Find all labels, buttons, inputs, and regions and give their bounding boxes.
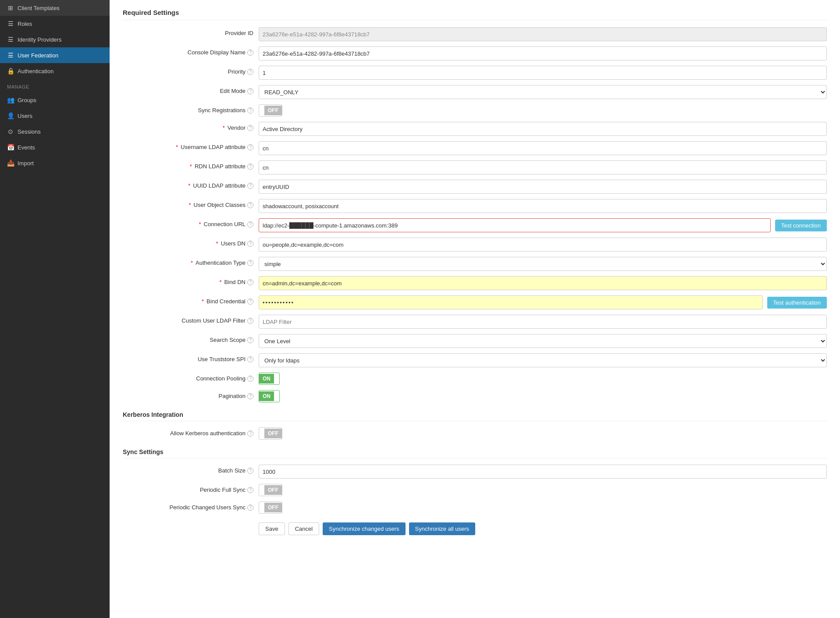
periodic-changed-sync-help-icon[interactable]: ? [247,504,253,511]
allow-kerberos-help-icon[interactable]: ? [247,430,253,437]
truststore-spi-help-icon[interactable]: ? [247,356,253,362]
sidebar: ⊞ Client Templates ☰ Roles ☰ Identity Pr… [0,0,110,618]
connection-url-control: Test connection [259,218,827,232]
edit-mode-control: READ_ONLY WRITABLE UNSYNCED [259,85,827,99]
sync-all-button[interactable]: Synchronize all users [409,522,476,535]
allow-kerberos-toggle[interactable]: OFF [259,427,282,440]
connection-url-label: * Connection URL ? [123,218,259,227]
uuid-ldap-control [259,180,827,194]
auth-type-help-icon[interactable]: ? [247,260,253,266]
rdn-ldap-input[interactable] [259,160,827,174]
changed-sync-off-left [259,506,264,509]
sync-changed-button[interactable]: Synchronize changed users [323,522,405,535]
sidebar-label-events: Events [18,144,35,151]
test-authentication-button[interactable]: Test authentication [767,297,827,309]
username-ldap-input[interactable] [259,141,827,155]
sidebar-item-user-federation[interactable]: ☰ User Federation [0,47,110,63]
uuid-ldap-row: * UUID LDAP attribute ? [123,180,827,194]
sidebar-item-events[interactable]: 📅 Events [0,139,110,155]
pagination-toggle[interactable]: ON [259,390,280,402]
bind-credential-help-icon[interactable]: ? [247,298,253,305]
priority-label: Priority ? [123,66,259,75]
sidebar-item-groups[interactable]: 👥 Groups [0,92,110,108]
truststore-spi-select[interactable]: Only for ldaps Always Never [259,353,827,367]
edit-mode-select[interactable]: READ_ONLY WRITABLE UNSYNCED [259,85,827,99]
users-dn-row: * Users DN ? [123,238,827,252]
rdn-ldap-help-icon[interactable]: ? [247,163,253,170]
connection-url-input[interactable] [259,218,771,232]
users-dn-input[interactable] [259,238,827,252]
custom-ldap-filter-input[interactable] [259,315,827,329]
priority-help-icon[interactable]: ? [247,69,253,75]
periodic-changed-sync-toggle[interactable]: OFF [259,501,282,514]
uuid-ldap-help-icon[interactable]: ? [247,183,253,189]
provider-id-input [259,27,827,41]
uuid-ldap-label: * UUID LDAP attribute ? [123,180,259,189]
connection-pooling-row: Connection Pooling ? ON [123,373,827,385]
search-scope-help-icon[interactable]: ? [247,337,253,343]
vendor-input[interactable] [259,122,827,136]
connection-url-help-icon[interactable]: ? [247,221,253,227]
kerberos-off-label: OFF [264,429,282,438]
bind-dn-help-icon[interactable]: ? [247,279,253,285]
form-actions: Save Cancel Synchronize changed users Sy… [123,522,827,548]
user-object-classes-input[interactable] [259,199,827,213]
periodic-changed-sync-row: Periodic Changed Users Sync ? OFF [123,501,827,514]
custom-ldap-filter-row: Custom User LDAP Filter ? [123,315,827,329]
users-dn-help-icon[interactable]: ? [247,241,253,247]
auth-type-select[interactable]: simple none [259,257,827,271]
identity-providers-icon: ☰ [7,36,14,43]
save-button[interactable]: Save [259,522,285,535]
custom-ldap-filter-help-icon[interactable]: ? [247,318,253,324]
search-scope-select[interactable]: One Level Subtree [259,334,827,348]
events-icon: 📅 [7,144,14,151]
periodic-full-sync-control: OFF [259,484,827,496]
rdn-ldap-row: * RDN LDAP attribute ? [123,160,827,174]
connection-pooling-help-icon[interactable]: ? [247,376,253,382]
truststore-spi-control: Only for ldaps Always Never [259,353,827,367]
user-federation-icon: ☰ [7,52,14,59]
pagination-help-icon[interactable]: ? [247,393,253,399]
manage-section-label: Manage [0,79,110,92]
console-display-name-input[interactable] [259,46,827,60]
sync-registrations-control: OFF [259,104,827,117]
sync-section-title: Sync Settings [123,448,827,458]
users-icon: 👤 [7,112,14,119]
test-connection-button[interactable]: Test connection [775,220,827,231]
bind-credential-control: Test authentication [259,295,827,309]
sidebar-item-roles[interactable]: ☰ Roles [0,16,110,32]
user-object-classes-row: * User Object Classes ? [123,199,827,213]
user-object-classes-help-icon[interactable]: ? [247,202,253,208]
sync-registrations-toggle[interactable]: OFF [259,104,282,117]
bind-credential-input[interactable] [259,295,763,309]
uuid-ldap-input[interactable] [259,180,827,194]
username-ldap-control [259,141,827,155]
sidebar-item-users[interactable]: 👤 Users [0,108,110,124]
console-display-name-help-icon[interactable]: ? [247,50,253,56]
priority-row: Priority ? [123,66,827,80]
connection-url-row: * Connection URL ? Test connection [123,218,827,232]
sync-registrations-help-icon[interactable]: ? [247,107,253,114]
edit-mode-help-icon[interactable]: ? [247,88,253,94]
priority-input[interactable] [259,66,827,80]
sidebar-item-sessions[interactable]: ⊙ Sessions [0,124,110,139]
sidebar-item-client-templates[interactable]: ⊞ Client Templates [0,0,110,16]
batch-size-help-icon[interactable]: ? [247,468,253,474]
sidebar-item-import[interactable]: 📥 Import [0,155,110,171]
connection-pooling-toggle[interactable]: ON [259,373,280,385]
custom-ldap-filter-label: Custom User LDAP Filter ? [123,315,259,324]
cancel-button[interactable]: Cancel [288,522,319,535]
periodic-full-sync-help-icon[interactable]: ? [247,487,253,493]
batch-size-input[interactable] [259,465,827,479]
username-ldap-help-icon[interactable]: ? [247,144,253,150]
periodic-full-sync-toggle[interactable]: OFF [259,484,282,496]
username-ldap-row: * Username LDAP attribute ? [123,141,827,155]
bind-dn-input[interactable] [259,276,827,290]
vendor-help-icon[interactable]: ? [247,125,253,131]
sync-registrations-row: Sync Registrations ? OFF [123,104,827,117]
sync-reg-off-left [259,109,264,112]
sidebar-item-identity-providers[interactable]: ☰ Identity Providers [0,32,110,47]
sidebar-item-authentication[interactable]: 🔒 Authentication [0,63,110,79]
vendor-row: * Vendor ? [123,122,827,136]
pagination-control: ON [259,390,827,402]
